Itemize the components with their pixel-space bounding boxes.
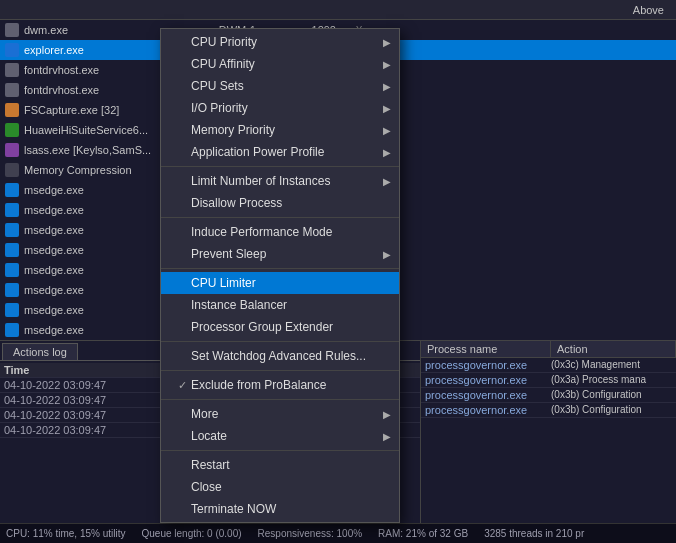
menu-item-cpu-limiter[interactable]: CPU Limiter bbox=[161, 272, 399, 294]
menu-item-close[interactable]: Close bbox=[161, 476, 399, 498]
process-icon bbox=[4, 102, 20, 118]
svg-rect-11 bbox=[5, 243, 19, 257]
svg-rect-14 bbox=[5, 303, 19, 317]
menu-separator bbox=[161, 166, 399, 167]
process-icon bbox=[4, 322, 20, 338]
menu-item-label: Close bbox=[191, 480, 387, 494]
menu-separator bbox=[161, 399, 399, 400]
right-panel: Process name Action processgovernor.exe(… bbox=[420, 340, 676, 530]
log-time: 04-10-2022 03:09:47 bbox=[4, 394, 134, 406]
right-panel-process-header: Process name bbox=[421, 341, 551, 357]
process-icon bbox=[4, 62, 20, 78]
menu-separator bbox=[161, 450, 399, 451]
rp-action: (0x3a) Process mana bbox=[551, 374, 672, 386]
context-menu: CPU Priority▶CPU Affinity▶CPU Sets▶I/O P… bbox=[160, 28, 400, 523]
menu-item-io-priority[interactable]: I/O Priority▶ bbox=[161, 97, 399, 119]
menu-item-label: More bbox=[191, 407, 387, 421]
svg-rect-7 bbox=[5, 163, 19, 177]
submenu-arrow-icon: ▶ bbox=[383, 409, 391, 420]
status-bar: CPU: 11% time, 15% utility Queue length:… bbox=[0, 523, 676, 543]
menu-item-instance-balancer[interactable]: Instance Balancer bbox=[161, 294, 399, 316]
menu-item-exclude-probalance[interactable]: ✓Exclude from ProBalance bbox=[161, 374, 399, 396]
actions-log-tab[interactable]: Actions log bbox=[2, 343, 78, 360]
menu-item-label: CPU Affinity bbox=[191, 57, 387, 71]
menu-item-label: Application Power Profile bbox=[191, 145, 387, 159]
right-panel-action-header: Action bbox=[551, 341, 676, 357]
process-icon bbox=[4, 222, 20, 238]
cpu-status: CPU: 11% time, 15% utility bbox=[6, 528, 126, 539]
rp-process-name: processgovernor.exe bbox=[425, 374, 551, 386]
menu-item-limit-instances[interactable]: Limit Number of Instances▶ bbox=[161, 170, 399, 192]
menu-item-label: CPU Limiter bbox=[191, 276, 387, 290]
process-icon bbox=[4, 82, 20, 98]
svg-rect-6 bbox=[5, 143, 19, 157]
menu-item-label: Processor Group Extender bbox=[191, 320, 387, 334]
menu-item-induce-perf[interactable]: Induce Performance Mode bbox=[161, 221, 399, 243]
right-panel-row: processgovernor.exe(0x3a) Process mana bbox=[421, 373, 676, 388]
process-icon bbox=[4, 42, 20, 58]
process-icon bbox=[4, 182, 20, 198]
process-icon bbox=[4, 22, 20, 38]
submenu-arrow-icon: ▶ bbox=[383, 176, 391, 187]
menu-separator bbox=[161, 268, 399, 269]
svg-rect-10 bbox=[5, 223, 19, 237]
menu-item-watchdog[interactable]: Set Watchdog Advanced Rules... bbox=[161, 345, 399, 367]
right-panel-row: processgovernor.exe(0x3b) Configuration bbox=[421, 388, 676, 403]
svg-rect-1 bbox=[5, 43, 19, 57]
menu-separator bbox=[161, 341, 399, 342]
log-time: 04-10-2022 03:09:47 bbox=[4, 409, 134, 421]
log-time: 04-10-2022 03:09:47 bbox=[4, 424, 134, 436]
menu-item-prevent-sleep[interactable]: Prevent Sleep▶ bbox=[161, 243, 399, 265]
svg-rect-9 bbox=[5, 203, 19, 217]
menu-separator bbox=[161, 217, 399, 218]
svg-rect-15 bbox=[5, 323, 19, 337]
svg-rect-2 bbox=[5, 63, 19, 77]
menu-item-label: Terminate NOW bbox=[191, 502, 387, 516]
menu-item-locate[interactable]: Locate▶ bbox=[161, 425, 399, 447]
menu-item-label: Limit Number of Instances bbox=[191, 174, 387, 188]
menu-separator bbox=[161, 370, 399, 371]
menu-item-more[interactable]: More▶ bbox=[161, 403, 399, 425]
menu-item-cpu-sets[interactable]: CPU Sets▶ bbox=[161, 75, 399, 97]
rp-process-name: processgovernor.exe bbox=[425, 404, 551, 416]
process-icon bbox=[4, 142, 20, 158]
menu-item-cpu-priority[interactable]: CPU Priority▶ bbox=[161, 31, 399, 53]
menu-item-label: Set Watchdog Advanced Rules... bbox=[191, 349, 387, 363]
process-icon bbox=[4, 302, 20, 318]
svg-rect-3 bbox=[5, 83, 19, 97]
menu-item-label: Disallow Process bbox=[191, 196, 387, 210]
process-icon bbox=[4, 122, 20, 138]
process-icon bbox=[4, 282, 20, 298]
menu-item-memory-priority[interactable]: Memory Priority▶ bbox=[161, 119, 399, 141]
rp-action: (0x3c) Management bbox=[551, 359, 672, 371]
menu-item-app-power-profile[interactable]: Application Power Profile▶ bbox=[161, 141, 399, 163]
svg-rect-8 bbox=[5, 183, 19, 197]
menu-item-label: Induce Performance Mode bbox=[191, 225, 387, 239]
menu-item-processor-group[interactable]: Processor Group Extender bbox=[161, 316, 399, 338]
menu-item-terminate[interactable]: Terminate NOW bbox=[161, 498, 399, 520]
menu-item-label: CPU Sets bbox=[191, 79, 387, 93]
rp-process-name: processgovernor.exe bbox=[425, 389, 551, 401]
menu-item-disallow-process[interactable]: Disallow Process bbox=[161, 192, 399, 214]
menu-item-label: I/O Priority bbox=[191, 101, 387, 115]
svg-rect-13 bbox=[5, 283, 19, 297]
menu-checkmark: ✓ bbox=[173, 379, 191, 392]
threads-status: 3285 threads in 210 pr bbox=[484, 528, 584, 539]
menu-item-label: Restart bbox=[191, 458, 387, 472]
menu-item-label: Locate bbox=[191, 429, 387, 443]
submenu-arrow-icon: ▶ bbox=[383, 59, 391, 70]
svg-rect-12 bbox=[5, 263, 19, 277]
submenu-arrow-icon: ▶ bbox=[383, 81, 391, 92]
menu-item-cpu-affinity[interactable]: CPU Affinity▶ bbox=[161, 53, 399, 75]
process-icon bbox=[4, 262, 20, 278]
svg-rect-4 bbox=[5, 103, 19, 117]
process-icon bbox=[4, 202, 20, 218]
submenu-arrow-icon: ▶ bbox=[383, 125, 391, 136]
menu-item-restart[interactable]: Restart bbox=[161, 454, 399, 476]
submenu-arrow-icon: ▶ bbox=[383, 147, 391, 158]
menu-item-label: Memory Priority bbox=[191, 123, 387, 137]
queue-status: Queue length: 0 (0.00) bbox=[142, 528, 242, 539]
log-time-header: Time bbox=[4, 364, 134, 376]
rp-action: (0x3b) Configuration bbox=[551, 389, 672, 401]
menu-item-label: Exclude from ProBalance bbox=[191, 378, 387, 392]
